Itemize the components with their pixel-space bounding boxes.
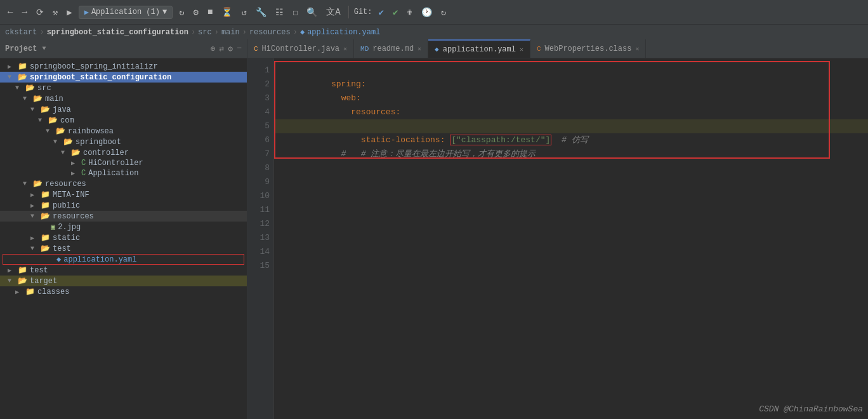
- folder-icon: 📁: [41, 201, 50, 210]
- item-label: 2.jpg: [58, 223, 81, 232]
- arrow-icon: ▶: [8, 267, 18, 274]
- collapse-icon[interactable]: −: [237, 44, 242, 54]
- folder-icon: 📂: [41, 244, 50, 253]
- folder-icon: 📂: [48, 116, 58, 125]
- tree-item[interactable]: ▼ 📂 main: [0, 93, 247, 104]
- sidebar-tree: ▶ 📁 springboot_spring_initializr ▼ 📂 spr…: [0, 58, 247, 419]
- forward-btn[interactable]: →: [19, 6, 29, 18]
- tree-item[interactable]: ▼ 📂 src: [0, 83, 247, 93]
- breadcrumb: ckstart › springboot_static_configuratio…: [0, 24, 868, 39]
- arrow-icon: ▶: [30, 191, 41, 199]
- code-line-8: [274, 161, 868, 175]
- git-clock[interactable]: 🕐: [419, 6, 435, 19]
- project-title: Project: [5, 44, 37, 53]
- breadcrumb-src[interactable]: src: [198, 28, 212, 37]
- tab-hicontroller[interactable]: C HiController.java ✕: [247, 39, 354, 58]
- sidebar-header: Project ▼ ⊕ ⇄ ⚙ −: [0, 39, 247, 58]
- tree-item[interactable]: ▣ 2.jpg: [0, 222, 247, 232]
- tree-item[interactable]: ▼ 📂 resources: [0, 211, 247, 222]
- breadcrumb-main[interactable]: main: [221, 28, 240, 37]
- breadcrumb-ckstart[interactable]: ckstart: [5, 28, 37, 37]
- editor-area: C HiController.java ✕ MD readme.md ✕ ◆ a…: [247, 39, 868, 419]
- code-line-6: # # 注意：尽量在最左边开始写，才有更多的提示: [274, 133, 868, 147]
- code-line-10: [274, 189, 868, 203]
- folder-icon: 📂: [33, 94, 43, 103]
- folder-icon: 📁: [41, 190, 50, 199]
- tree-item[interactable]: ▼ 📂 resources: [0, 178, 247, 189]
- refresh-btn[interactable]: ⟳: [34, 6, 46, 19]
- git-label: Git:: [354, 8, 372, 17]
- tree-item[interactable]: ▼ 📂 target: [0, 276, 247, 286]
- sidebar-header-icons: ⊕ ⇄ ⚙ −: [211, 44, 242, 54]
- item-label: classes: [37, 288, 69, 296]
- tree-item[interactable]: ▶ 📁 springboot_spring_initializr: [0, 61, 247, 72]
- tree-item[interactable]: ▼ 📂 springboot: [0, 136, 247, 147]
- tree-item[interactable]: ▶ 📁 META-INF: [0, 189, 247, 200]
- tree-item[interactable]: ▼ 📂 rainbowsea: [0, 126, 247, 136]
- tab-close-btn[interactable]: ✕: [520, 46, 523, 53]
- tab-webproperties[interactable]: C WebProperties.class ✕: [530, 39, 646, 58]
- tree-item[interactable]: ▶ 📁 static: [0, 232, 247, 243]
- tab-close-btn[interactable]: ✕: [343, 45, 347, 53]
- breadcrumb-resources[interactable]: resources: [249, 28, 291, 37]
- folder-icon: 📁: [41, 233, 50, 243]
- reload-btn[interactable]: ↻: [176, 6, 187, 19]
- item-label: public: [53, 201, 80, 210]
- plugin-btn[interactable]: ■: [205, 6, 215, 18]
- arrow-icon: ▼: [53, 138, 63, 145]
- add-icon[interactable]: ⊕: [211, 44, 216, 54]
- item-label: rainbowsea: [68, 127, 114, 136]
- tab-application-yaml[interactable]: ◆ application.yaml ✕: [428, 39, 530, 58]
- tools-btn[interactable]: 🔧: [253, 6, 269, 19]
- tree-item[interactable]: ▼ 📂 test: [0, 243, 247, 254]
- tree-item[interactable]: ▶ 📁 classes: [0, 286, 247, 297]
- item-label: controller: [83, 149, 129, 157]
- undo-btn[interactable]: ↺: [239, 6, 249, 19]
- tree-item[interactable]: ▶ C HiController: [0, 158, 247, 168]
- tree-item[interactable]: ▼ 📂 java: [0, 104, 247, 115]
- layout-btn[interactable]: ☷: [273, 6, 286, 19]
- tab-readme[interactable]: MD readme.md ✕: [354, 39, 428, 58]
- git-check1[interactable]: ✔: [376, 6, 386, 19]
- code-line-5: static-locations: ["classpath:/test/"] #…: [274, 119, 868, 133]
- tab-label: WebProperties.class: [545, 44, 632, 53]
- search-btn[interactable]: 🔍: [304, 6, 320, 19]
- tree-item[interactable]: ▶ C Application: [0, 168, 247, 178]
- item-label: static: [53, 234, 80, 243]
- camera-btn[interactable]: ☐: [290, 6, 300, 19]
- watermark: CSDN @ChinaRainbowSea: [759, 404, 863, 414]
- item-label: springboot_static_configuration: [30, 73, 171, 82]
- sync-icon[interactable]: ⇄: [220, 44, 225, 54]
- breadcrumb-project[interactable]: springboot_static_configuration: [47, 28, 188, 37]
- code-line-7: [274, 147, 868, 161]
- tab-close-btn[interactable]: ✕: [635, 45, 639, 53]
- run-btn[interactable]: ▶: [64, 6, 74, 19]
- git-merge[interactable]: ✟: [404, 6, 414, 19]
- folder-icon: 📁: [18, 62, 27, 71]
- arrow-icon: ▼: [8, 74, 18, 81]
- item-label: springboot: [76, 138, 121, 147]
- tree-item[interactable]: ▼ 📂 com: [0, 115, 247, 126]
- settings-icon[interactable]: ⚙: [228, 44, 233, 54]
- tab-bar: C HiController.java ✕ MD readme.md ✕ ◆ a…: [247, 39, 868, 58]
- code-area[interactable]: spring: web: resources: # 修改/指定 静态资源的访问路…: [274, 58, 868, 419]
- arrow-icon: ▶: [71, 170, 81, 177]
- back-btn[interactable]: ←: [5, 6, 15, 18]
- tab-label: application.yaml: [443, 45, 516, 54]
- folder-icon: 📂: [25, 83, 35, 93]
- tree-item[interactable]: ▼ 📂 controller: [0, 147, 247, 158]
- tree-item[interactable]: ▶ 📁 test: [0, 265, 247, 276]
- git-rollback[interactable]: ↻: [438, 6, 449, 19]
- git-check2[interactable]: ✔: [390, 6, 400, 19]
- tree-item[interactable]: ▼ 📂 springboot_static_configuration: [0, 72, 247, 83]
- timer-btn[interactable]: ⏳: [219, 6, 235, 19]
- tree-item[interactable]: ▶ 📁 public: [0, 200, 247, 211]
- settings-btn[interactable]: ⚙: [191, 6, 201, 19]
- build-btn[interactable]: ⚒: [50, 6, 60, 19]
- tree-item-application-yaml[interactable]: ◆ application.yaml: [3, 254, 244, 265]
- arrow-icon: ▼: [15, 84, 25, 91]
- tab-close-btn[interactable]: ✕: [418, 45, 421, 53]
- app-dropdown[interactable]: ▶ Application (1) ▼: [79, 6, 173, 19]
- translate-btn[interactable]: 文A: [324, 5, 343, 19]
- breadcrumb-yaml[interactable]: application.yaml: [307, 28, 380, 37]
